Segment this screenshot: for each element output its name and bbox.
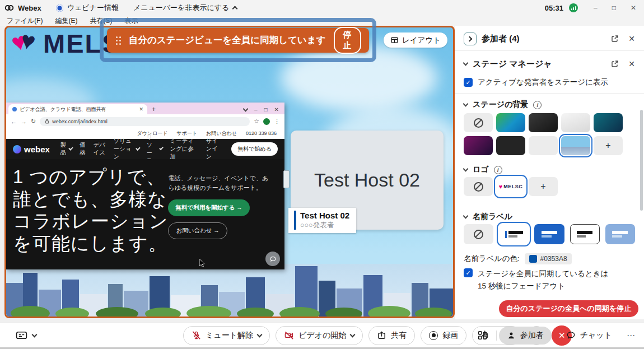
stage-manager-title: ステージ マネージャ <box>473 59 552 69</box>
name-label-accent-bar <box>294 211 296 230</box>
bg-thumb-black[interactable] <box>529 113 558 132</box>
label-style-4[interactable] <box>605 224 635 244</box>
shared-screen[interactable]: ビデオ会議、クラウド電話、画面共有 ✕ + – □ ✕ ← → ↻ <box>6 103 284 269</box>
sync-stop-button[interactable]: 停止 <box>334 27 361 54</box>
favicon <box>12 107 17 111</box>
chevron-down-icon[interactable] <box>463 166 469 172</box>
bg-section-title: ステージの背景 <box>473 100 528 110</box>
browser-minimize-icon: – <box>254 106 258 113</box>
layout-button[interactable]: レイアウト <box>384 32 447 48</box>
menubar: ファイル(F) 編集(E) 共有(S) 表示 <box>0 16 644 26</box>
chevron-down-icon <box>243 106 249 111</box>
fadeout-checkbox[interactable]: ✓ <box>464 268 473 277</box>
bg-thumb-purple[interactable] <box>464 136 493 155</box>
bg-thumb-teal[interactable] <box>594 113 623 132</box>
filmstrip-handle[interactable] <box>283 170 290 188</box>
fadeout-label-line1: ステージを全員に同期しているときは <box>478 268 608 280</box>
menu-share[interactable]: 共有(S) <box>90 16 112 26</box>
label-color-picker[interactable]: #0353A8 <box>525 253 572 264</box>
bg-thumb-add[interactable]: + <box>594 136 623 155</box>
bg-thumb-gray[interactable] <box>529 136 558 155</box>
url-text: webex.com/ja/index.html <box>52 119 108 124</box>
browser-close-icon: ✕ <box>274 106 279 113</box>
apps-icon[interactable] <box>477 330 488 341</box>
popout-icon[interactable] <box>611 60 619 68</box>
label-style-1-selected[interactable] <box>499 224 529 244</box>
maximize-button[interactable]: □ <box>612 4 616 12</box>
logo-thumb-none[interactable] <box>464 177 493 196</box>
info-icon[interactable]: i <box>494 166 502 174</box>
participants-close-icon[interactable]: ✕ <box>628 34 635 43</box>
site-hero: 1 つのアプリで、 誰とでも、多様な コラボレーション を可能にします。 電話、… <box>6 159 284 269</box>
hero-cta-secondary: お問い合わせ → <box>168 222 227 239</box>
close-button[interactable]: ✕ <box>631 4 636 12</box>
stage-manager-close-icon[interactable]: ✕ <box>628 59 635 68</box>
chevron-down-icon[interactable] <box>463 213 469 219</box>
chat-toggle-button[interactable]: チャット <box>563 330 615 341</box>
label-style-2[interactable] <box>534 224 564 244</box>
site-top-links: ダウンロード サポート お問い合わせ 0120 339 836 <box>6 128 284 139</box>
panel-collapse-button[interactable] <box>464 32 477 45</box>
mic-muted-icon <box>192 331 201 340</box>
nav-solutions: ソリューション <box>114 137 139 161</box>
menu-file[interactable]: ファイル(F) <box>7 16 43 26</box>
record-button[interactable]: 録画 <box>421 326 466 345</box>
connection-indicator[interactable] <box>569 3 578 12</box>
active-speaker-checkbox[interactable]: ✓ <box>464 78 473 87</box>
city-background <box>6 264 453 317</box>
site-navbar: webex 製品 価格 デバイス ソリューション リソース ミーティングに参加 … <box>6 139 284 159</box>
label-style-3[interactable] <box>570 224 600 244</box>
bg-thumb-dark[interactable] <box>496 136 525 155</box>
start-video-button[interactable]: ビデオの開始 <box>276 326 363 345</box>
color-swatch <box>529 255 537 263</box>
chevron-down-icon[interactable] <box>463 101 469 107</box>
record-label: 録画 <box>442 331 458 341</box>
label-style-none[interactable] <box>464 224 493 244</box>
tab-close-icon: ✕ <box>139 106 143 112</box>
more-panels-icon[interactable]: ⋯ <box>627 331 635 341</box>
logo-thumb-add[interactable]: + <box>529 177 558 196</box>
webinar-info-icon <box>56 4 63 12</box>
captions-icon[interactable] <box>16 331 27 340</box>
control-bar: ミュート解除 ビデオの開始 共有 録画 <box>0 323 644 347</box>
active-speaker-label: アクティブな発言者をステージに表示 <box>478 77 608 87</box>
webex-window: Webex ウェビナー情報 メニューバーを非表示にする 05:31 – □ ✕ … <box>0 0 644 349</box>
layout-grid-icon <box>390 36 399 44</box>
label-color-label: 名前ラベルの色: <box>464 254 520 264</box>
drag-handle-icon[interactable] <box>116 36 121 45</box>
reload-icon: ↻ <box>31 118 36 125</box>
none-icon <box>474 182 483 192</box>
chevron-down-icon[interactable] <box>32 332 38 337</box>
bg-thumb-light[interactable] <box>561 113 590 132</box>
new-tab-icon: + <box>152 105 156 113</box>
bg-thumb-none[interactable] <box>464 113 493 132</box>
chevron-down-icon[interactable] <box>463 61 469 66</box>
bg-thumb-green-blue[interactable] <box>496 113 525 132</box>
browser-tab: ビデオ会議、クラウド電話、画面共有 ✕ <box>8 104 147 114</box>
nav-join: ミーティングに参加 <box>170 137 198 161</box>
hide-menubar-button[interactable]: メニューバーを非表示にする <box>133 3 237 13</box>
sync-banner[interactable]: 自分のステージビューを全員に同期しています 停止 <box>107 28 369 53</box>
menu-view[interactable]: 表示 <box>124 16 138 26</box>
popout-icon[interactable] <box>611 35 619 43</box>
menu-edit[interactable]: 編集(E) <box>55 16 77 26</box>
none-icon <box>474 230 483 239</box>
melsc-heart-icon: ♥ <box>499 183 503 190</box>
participants-panel-title: 参加者 (4) <box>482 34 520 44</box>
namelabel-section-title: 名前ラベル <box>473 212 512 222</box>
bg-thumb-city-selected[interactable] <box>561 136 590 155</box>
video-tile-name: Test Host 02 <box>314 169 420 191</box>
webinar-info-button[interactable]: ウェビナー情報 <box>56 3 119 13</box>
logo-thumb-melsc-selected[interactable]: ♥ MELSC <box>496 177 525 196</box>
stop-sync-all-button[interactable]: 自分のステージの全員への同期を停止 <box>499 300 638 317</box>
kebab-icon: ⋮ <box>274 118 280 125</box>
info-icon[interactable]: i <box>533 101 542 109</box>
app-brand: Webex <box>4 4 41 12</box>
meeting-time: 05:31 <box>545 4 563 12</box>
share-button[interactable]: 共有 <box>368 326 415 345</box>
minimize-button[interactable]: – <box>594 4 598 12</box>
participants-toggle-button[interactable]: 参加者 <box>499 327 552 345</box>
unmute-button[interactable]: ミュート解除 <box>183 326 270 345</box>
hero-subtext: 電話、メッセージ、イベントで、あ らゆる規模のチームをサポート。 <box>168 174 279 192</box>
panel-scrollbar[interactable] <box>640 110 643 211</box>
